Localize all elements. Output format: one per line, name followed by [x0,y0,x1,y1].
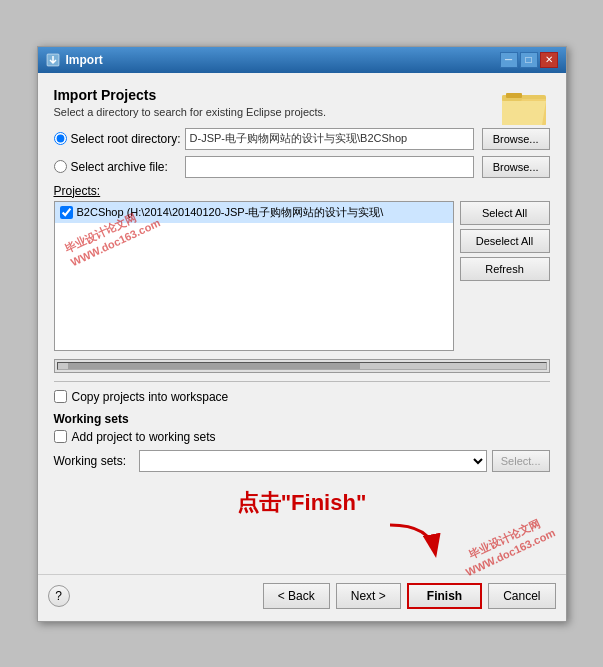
select-all-button[interactable]: Select All [460,201,550,225]
working-sets-title: Working sets [54,412,550,426]
add-to-working-sets-checkbox[interactable] [54,430,67,443]
minimize-button[interactable]: ─ [500,52,518,68]
import-icon [46,53,60,67]
window-title: Import [66,53,103,67]
next-button[interactable]: Next > [336,583,401,609]
title-bar: Import ─ □ ✕ [38,47,566,73]
dialog-title: Import Projects [54,87,490,103]
copy-projects-row: Copy projects into workspace [54,390,550,404]
refresh-button[interactable]: Refresh [460,257,550,281]
folder-icon-area [502,87,550,130]
horizontal-scrollbar[interactable] [54,359,550,373]
finish-arrow [370,520,450,560]
window-controls: ─ □ ✕ [500,52,558,68]
arrow-container [54,520,550,560]
import-dialog: Import ─ □ ✕ Import Projects Select a di… [37,46,567,622]
projects-list-wrapper: B2CShop (H:\2014\20140120-JSP-电子购物网站的设计与… [54,201,454,351]
root-directory-radio[interactable] [54,132,67,145]
project-item: B2CShop (H:\2014\20140120-JSP-电子购物网站的设计与… [55,202,453,223]
root-directory-input[interactable] [185,128,474,150]
projects-area: B2CShop (H:\2014\20140120-JSP-电子购物网站的设计与… [54,201,550,351]
back-button[interactable]: < Back [263,583,330,609]
cancel-button[interactable]: Cancel [488,583,555,609]
archive-file-radio[interactable] [54,160,67,173]
divider [54,381,550,382]
working-sets-section: Working sets Add project to working sets… [54,412,550,472]
working-sets-field-label: Working sets: [54,454,134,468]
annotation-text: 点击"Finish" [54,488,550,518]
browse-archive-button[interactable]: Browse... [482,156,550,178]
svg-rect-4 [506,93,522,98]
projects-label: Projects: [54,184,550,198]
copy-projects-label: Copy projects into workspace [72,390,229,404]
annotation-area: 点击"Finish" [54,480,550,564]
close-button[interactable]: ✕ [540,52,558,68]
browse-directory-button[interactable]: Browse... [482,128,550,150]
add-to-working-sets-label: Add project to working sets [72,430,216,444]
root-directory-label: Select root directory: [71,132,181,146]
finish-button[interactable]: Finish [407,583,482,609]
archive-file-row: Select archive file: Browse... [54,156,550,178]
deselect-all-button[interactable]: Deselect All [460,229,550,253]
folder-icon [502,87,550,127]
side-buttons: Select All Deselect All Refresh [460,201,550,351]
select-working-sets-button[interactable]: Select... [492,450,550,472]
copy-projects-checkbox[interactable] [54,390,67,403]
archive-file-input[interactable] [185,156,474,178]
header-area: Import Projects Select a directory to se… [54,87,550,118]
projects-list[interactable]: B2CShop (H:\2014\20140120-JSP-电子购物网站的设计与… [54,201,454,351]
scrollbar-thumb [68,363,361,369]
working-sets-label-row: Working sets: Select... [54,450,550,472]
scrollbar-track [57,362,547,370]
maximize-button[interactable]: □ [520,52,538,68]
dialog-description: Select a directory to search for existin… [54,106,490,118]
help-button[interactable]: ? [48,585,70,607]
dialog-content: Import Projects Select a directory to se… [38,73,566,574]
project-checkbox[interactable] [60,206,73,219]
root-directory-row: Select root directory: Browse... [54,128,550,150]
project-item-text: B2CShop (H:\2014\20140120-JSP-电子购物网站的设计与… [77,205,384,220]
title-bar-left: Import [46,53,103,67]
archive-file-label: Select archive file: [71,160,181,174]
working-sets-dropdown[interactable] [139,450,487,472]
add-to-working-sets-row: Add project to working sets [54,430,550,444]
bottom-buttons: ? < Back Next > Finish Cancel [38,574,566,621]
